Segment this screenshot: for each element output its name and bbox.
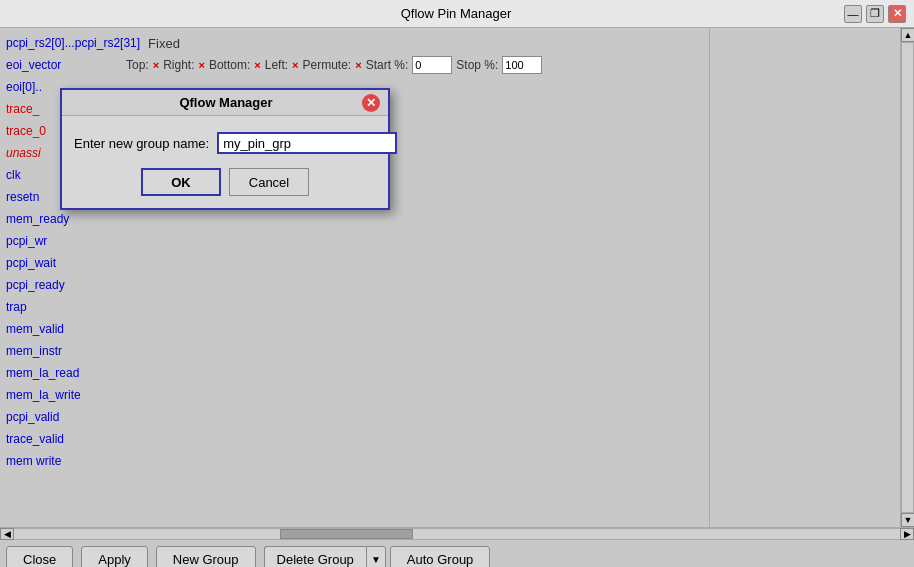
window-controls: — ❐ ✕ — [844, 5, 906, 23]
dialog-input-row: Enter new group name: — [74, 132, 376, 154]
group-name-input[interactable] — [217, 132, 397, 154]
dialog-label: Enter new group name: — [74, 136, 209, 151]
qflow-manager-dialog: Qflow Manager ✕ Enter new group name: OK… — [60, 88, 390, 210]
auto-group-button[interactable]: Auto Group — [390, 546, 491, 568]
delete-group-button[interactable]: Delete Group — [264, 546, 366, 568]
dialog-title-bar: Qflow Manager ✕ — [62, 90, 388, 116]
minimize-button[interactable]: — — [844, 5, 862, 23]
restore-button[interactable]: ❐ — [866, 5, 884, 23]
dialog-close-button[interactable]: ✕ — [362, 94, 380, 112]
new-group-button-group: New Group — [156, 546, 256, 568]
close-button[interactable]: Close — [6, 546, 73, 568]
apply-button-group: Apply — [81, 546, 148, 568]
dialog-body: Enter new group name: OK Cancel — [62, 116, 388, 208]
scroll-thumb[interactable] — [280, 529, 413, 539]
scroll-right-button[interactable]: ▶ — [900, 528, 914, 540]
window-title: Qflow Pin Manager — [68, 6, 844, 21]
close-button-group: Close — [6, 546, 73, 568]
window-close-button[interactable]: ✕ — [888, 5, 906, 23]
dialog-ok-button[interactable]: OK — [141, 168, 221, 196]
scroll-track[interactable] — [14, 528, 900, 540]
dialog-overlay: Qflow Manager ✕ Enter new group name: OK… — [0, 28, 914, 527]
apply-button[interactable]: Apply — [81, 546, 148, 568]
title-bar: Qflow Pin Manager — ❐ ✕ — [0, 0, 914, 28]
dialog-buttons: OK Cancel — [74, 168, 376, 196]
main-area: pcpi_rs2[0]...pcpi_rs2[31] Fixed eoi_vec… — [0, 28, 914, 527]
scroll-left-button[interactable]: ◀ — [0, 528, 14, 540]
dialog-title: Qflow Manager — [90, 95, 362, 110]
dialog-cancel-button[interactable]: Cancel — [229, 168, 309, 196]
delete-group-button-group: Delete Group ▼ — [264, 546, 386, 568]
auto-group-button-group: Auto Group — [390, 546, 491, 568]
new-group-button[interactable]: New Group — [156, 546, 256, 568]
delete-group-dropdown[interactable]: ▼ — [366, 546, 386, 568]
horizontal-scrollbar[interactable]: ◀ ▶ — [0, 527, 914, 539]
bottom-toolbar: Close Apply New Group Delete Group ▼ Aut… — [0, 539, 914, 567]
